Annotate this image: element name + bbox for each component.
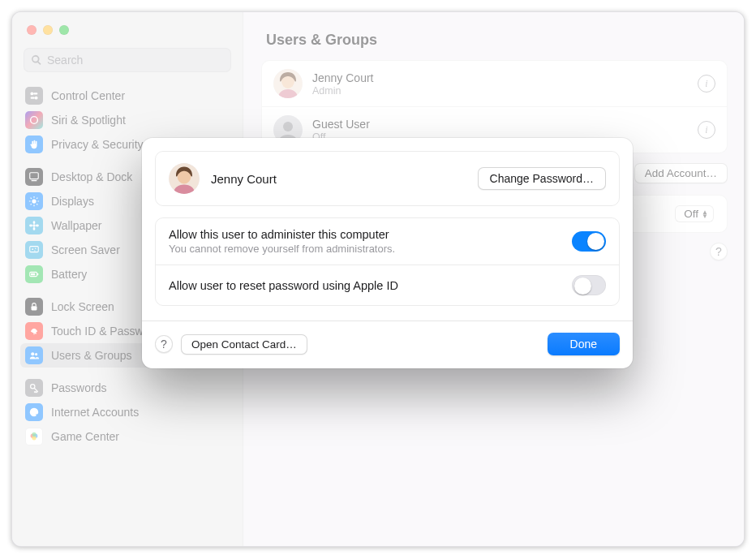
svg-point-30 [35,353,37,355]
switches-icon [25,87,43,105]
sheet-footer: ? Open Contact Card… Done [142,321,633,368]
user-info-button[interactable]: i [698,121,715,139]
lock-icon [25,298,43,316]
sun-icon [25,192,43,210]
close-window-button[interactable] [27,25,37,35]
user-identity-card: Jenny Court Change Password… [155,151,620,206]
search-input[interactable]: Search [24,48,231,72]
done-button[interactable]: Done [548,333,620,355]
svg-point-22 [32,248,33,250]
search-placeholder: Search [47,54,83,67]
svg-point-17 [33,221,36,224]
svg-point-29 [31,352,34,355]
help-button[interactable]: ? [155,335,173,353]
svg-point-16 [32,224,36,227]
hand-icon [25,136,43,153]
svg-point-4 [31,117,38,124]
reset-apple-id-toggle[interactable] [572,275,606,295]
help-button[interactable]: ? [710,243,728,260]
dock-icon [25,168,43,186]
svg-rect-21 [30,247,39,252]
user-name: Guest User [312,118,370,131]
search-icon [31,54,42,66]
change-password-button[interactable]: Change Password… [478,167,606,190]
sidebar-item-internet-accounts[interactable]: Internet Accounts [20,400,234,424]
open-contact-card-button[interactable]: Open Contact Card… [181,334,307,355]
page-title: Users & Groups [266,32,723,49]
svg-rect-1 [33,92,37,94]
sidebar-item-game-center[interactable]: Game Center [20,424,234,449]
svg-point-2 [35,97,38,100]
svg-point-7 [32,199,36,203]
avatar [273,69,303,98]
svg-rect-26 [37,273,38,276]
svg-line-13 [37,204,37,204]
svg-point-0 [30,92,33,95]
svg-point-20 [36,225,39,227]
reset-label: Allow user to reset password using Apple… [169,279,398,292]
svg-point-36 [32,432,36,437]
user-role: Admin [312,85,373,97]
battery-icon [25,265,43,283]
user-info-button[interactable]: i [698,75,715,92]
user-details-sheet: Jenny Court Change Password… Allow this … [142,138,633,368]
svg-point-24 [34,250,35,251]
zoom-window-button[interactable] [59,25,69,35]
svg-point-40 [283,122,293,131]
svg-rect-28 [32,306,37,310]
window-controls [12,12,243,43]
game-icon [25,428,43,445]
add-account-button[interactable]: Add Account… [634,163,728,183]
minimize-window-button[interactable] [43,25,53,35]
admin-label: Allow this user to administer this compu… [169,228,395,241]
sidebar-item-siri-spotlight[interactable]: Siri & Spotlight [20,108,234,132]
admin-toggle[interactable] [572,231,606,252]
chevron-updown-icon: ▲▼ [702,210,708,218]
fingerprint-icon [25,322,43,340]
svg-point-19 [29,225,32,227]
screensaver-icon [25,241,43,259]
users-icon [25,346,43,364]
svg-line-14 [31,204,32,204]
svg-rect-27 [31,273,35,276]
key-icon [25,379,43,397]
svg-rect-6 [32,180,37,181]
admin-sublabel: You cannot remove yourself from administ… [169,243,395,255]
svg-line-15 [37,198,37,199]
svg-line-12 [31,198,32,199]
user-name: Jenny Court [312,71,373,84]
flower-icon [25,217,43,234]
siri-icon [25,111,43,129]
svg-point-23 [35,248,36,249]
svg-rect-5 [30,173,39,179]
sheet-user-name: Jenny Court [211,172,277,186]
at-icon [25,403,43,421]
reset-apple-id-row: Allow user to reset password using Apple… [156,265,619,305]
user-settings-card: Allow this user to administer this compu… [155,217,620,306]
svg-point-18 [33,227,36,230]
user-row-jenny[interactable]: Jenny Court Admin i [262,61,727,106]
auto-login-popup[interactable]: Off ▲▼ [675,205,714,222]
avatar[interactable] [169,163,200,194]
sidebar-item-passwords[interactable]: Passwords [20,376,234,400]
svg-rect-3 [31,97,35,99]
admin-row: Allow this user to administer this compu… [156,218,619,265]
sidebar-item-control-center[interactable]: Control Center [20,84,234,108]
